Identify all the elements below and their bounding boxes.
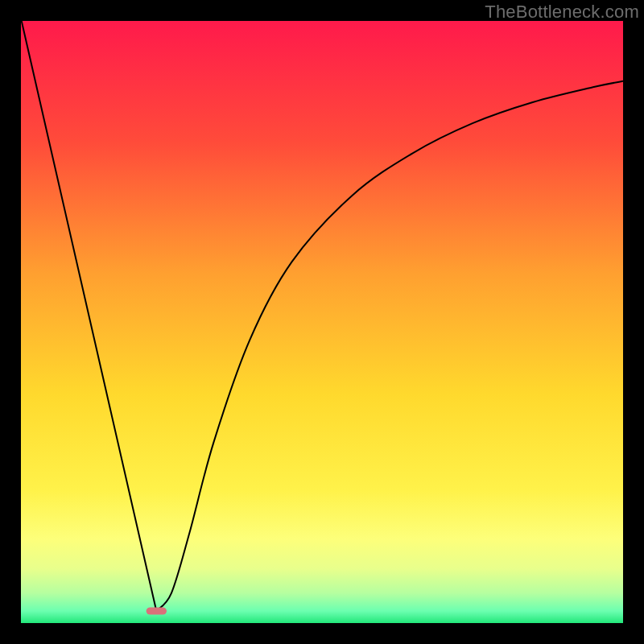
watermark-text: TheBottleneck.com [485,2,639,23]
chart-background [21,21,623,623]
chart-frame [21,21,623,623]
bottleneck-chart [21,21,623,623]
minimum-marker [147,608,167,615]
